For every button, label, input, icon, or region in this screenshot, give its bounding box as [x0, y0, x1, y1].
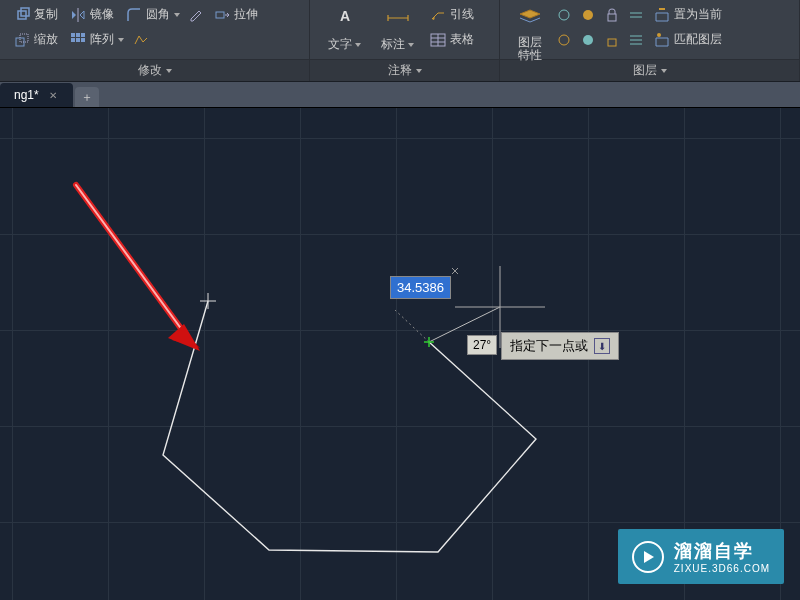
- prompt-dropdown-icon[interactable]: ⬇: [594, 338, 610, 354]
- layer-properties-button[interactable]: 图层 特性: [508, 2, 552, 68]
- svg-point-19: [657, 33, 661, 37]
- mirror-icon: [70, 7, 86, 23]
- layer-lock-icon: [604, 7, 620, 23]
- panel-label-annotation[interactable]: 注释: [310, 60, 500, 81]
- layer-tool-3[interactable]: [600, 2, 624, 27]
- layer-tool-5[interactable]: [552, 27, 576, 52]
- match-layer-label: 匹配图层: [674, 31, 722, 48]
- layer-tool-2[interactable]: [576, 2, 600, 27]
- layer-thaw-icon: [556, 32, 572, 48]
- watermark-logo-icon: [632, 541, 664, 573]
- chevron-down-icon: [661, 69, 667, 73]
- set-current-button[interactable]: 置为当前: [648, 2, 728, 27]
- dimension-button[interactable]: 标注: [371, 2, 424, 59]
- layer-off-icon: [580, 7, 596, 23]
- svg-rect-7: [81, 33, 85, 37]
- text-label: 文字: [328, 36, 352, 53]
- chevron-down-icon: [408, 43, 414, 47]
- array-label: 阵列: [90, 31, 114, 48]
- layer-tool-1[interactable]: [552, 2, 576, 27]
- text-icon: A: [333, 8, 357, 32]
- stretch-button[interactable]: 拉伸: [208, 2, 264, 27]
- panel-label-modify[interactable]: 修改: [0, 60, 310, 81]
- leader-button[interactable]: 引线: [424, 2, 480, 27]
- svg-point-17: [583, 35, 593, 45]
- layer-tool-7[interactable]: [600, 27, 624, 52]
- ribbon-group-layers: 图层 特性 置为当前 匹配图层: [500, 0, 800, 59]
- svg-point-13: [559, 10, 569, 20]
- fillet-button[interactable]: 圆角: [120, 2, 186, 27]
- table-button[interactable]: 表格: [424, 27, 480, 52]
- layers-icon: [518, 8, 542, 32]
- table-label: 表格: [450, 31, 474, 48]
- svg-rect-9: [76, 38, 80, 42]
- dynamic-angle-input[interactable]: 27°: [467, 335, 497, 355]
- panel-label-layers[interactable]: 图层: [500, 60, 800, 81]
- set-current-label: 置为当前: [674, 6, 722, 23]
- scale-icon: [14, 32, 30, 48]
- tab-add-button[interactable]: ＋: [75, 87, 99, 107]
- chevron-down-icon: [166, 69, 172, 73]
- prompt-text: 指定下一点或: [510, 337, 588, 355]
- svg-rect-1: [21, 8, 29, 16]
- start-point-marker: [200, 293, 216, 309]
- svg-point-14: [583, 10, 593, 20]
- ribbon-panel-labels: 修改 注释 图层: [0, 60, 800, 82]
- ribbon-toolbar: 复制 镜像 圆角 拉伸 缩放 阵列: [0, 0, 800, 60]
- svg-rect-5: [71, 33, 75, 37]
- polyline-edit-icon: [133, 32, 149, 48]
- layer-tool-4[interactable]: [624, 2, 648, 27]
- stretch-icon: [214, 7, 230, 23]
- svg-rect-15: [608, 14, 616, 21]
- mirror-label: 镜像: [90, 6, 114, 23]
- dimension-label: 标注: [381, 36, 405, 53]
- distance-tick: [452, 268, 458, 274]
- drawing-canvas[interactable]: 34.5386 27° 指定下一点或 ⬇ 溜溜自学 ZIXUE.3D66.COM: [0, 108, 800, 600]
- angle-value: 27°: [467, 335, 497, 355]
- leader-label: 引线: [450, 6, 474, 23]
- chevron-down-icon: [416, 69, 422, 73]
- modify-overflow-1[interactable]: [186, 2, 208, 27]
- layer-tool-6[interactable]: [576, 27, 600, 52]
- distance-value: 34.5386: [390, 276, 451, 299]
- svg-rect-2: [216, 12, 224, 18]
- match-layer-button[interactable]: 匹配图层: [648, 27, 728, 52]
- text-button[interactable]: A 文字: [318, 2, 371, 59]
- set-current-icon: [654, 7, 670, 23]
- svg-rect-10: [81, 38, 85, 42]
- dimension-icon: [386, 8, 410, 32]
- array-icon: [70, 32, 86, 48]
- drawing-overlay: [0, 108, 800, 600]
- array-button[interactable]: 阵列: [64, 27, 130, 52]
- dynamic-distance-input[interactable]: 34.5386: [390, 276, 451, 299]
- annotation-arrow: [76, 185, 200, 351]
- modify-overflow-2[interactable]: [130, 27, 152, 52]
- document-tabbar: ng1* ✕ ＋: [0, 82, 800, 108]
- copy-label: 复制: [34, 6, 58, 23]
- close-icon[interactable]: ✕: [47, 89, 59, 101]
- layer-unisolate-icon: [628, 32, 644, 48]
- layer-unlock-icon: [604, 32, 620, 48]
- svg-rect-6: [76, 33, 80, 37]
- layer-on-icon: [580, 32, 596, 48]
- layer-freeze-icon: [556, 7, 572, 23]
- match-layer-icon: [654, 32, 670, 48]
- svg-point-16: [559, 35, 569, 45]
- chevron-down-icon: [174, 13, 180, 17]
- watermark: 溜溜自学 ZIXUE.3D66.COM: [618, 529, 784, 584]
- leader-icon: [430, 7, 446, 23]
- watermark-title: 溜溜自学: [674, 539, 770, 563]
- chevron-down-icon: [355, 43, 361, 47]
- tab-drawing1[interactable]: ng1* ✕: [0, 83, 73, 107]
- layer-tool-8[interactable]: [624, 27, 648, 52]
- ribbon-group-modify: 复制 镜像 圆角 拉伸 缩放 阵列: [0, 0, 310, 59]
- fillet-icon: [126, 7, 142, 23]
- tab-label: ng1*: [14, 88, 39, 102]
- ribbon-group-annotation: A 文字 标注 引线 表格: [310, 0, 500, 59]
- scale-button[interactable]: 缩放: [8, 27, 64, 52]
- dynamic-prompt: 指定下一点或 ⬇: [501, 332, 619, 360]
- scale-label: 缩放: [34, 31, 58, 48]
- mirror-button[interactable]: 镜像: [64, 2, 120, 27]
- watermark-subtitle: ZIXUE.3D66.COM: [674, 563, 770, 574]
- copy-button[interactable]: 复制: [8, 2, 64, 27]
